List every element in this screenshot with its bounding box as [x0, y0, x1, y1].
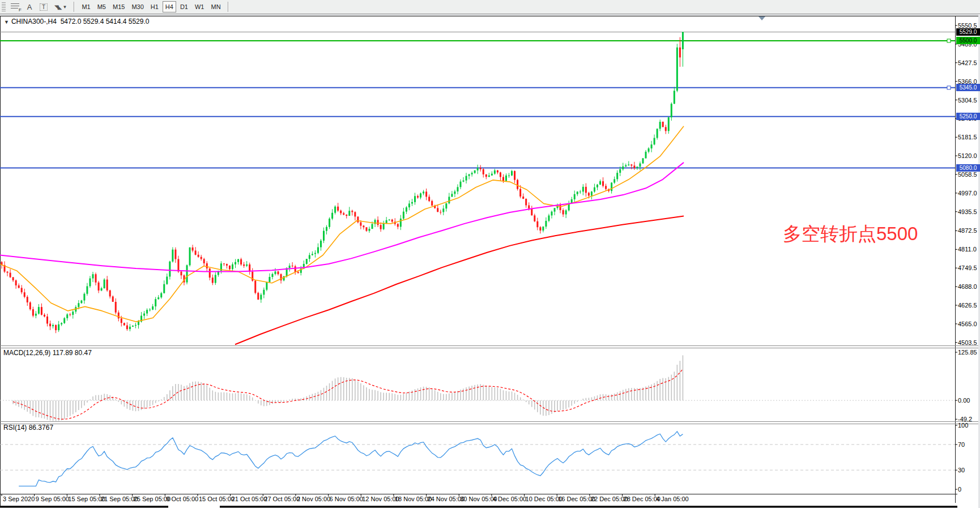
timeframe-m5-button[interactable]: M5	[95, 1, 109, 12]
macd-tick-label: 0.00	[958, 397, 970, 404]
timeframe-m30-button[interactable]: M30	[129, 1, 146, 12]
current-price-badge: 5529.0	[956, 28, 980, 36]
rsi-tick-label: 70	[958, 441, 965, 448]
price-tick-label: 5181.5	[958, 134, 977, 140]
rsi-tick-label: 0	[958, 486, 961, 493]
fibonacci-icon: F	[11, 3, 19, 10]
price-tick-label: 5058.5	[958, 171, 977, 178]
timeframe-d1-button[interactable]: D1	[177, 1, 191, 12]
fibonacci-tool-button[interactable]: F	[8, 1, 22, 12]
rsi-tick-label: 30	[958, 467, 965, 473]
price-tick-label: 4749.5	[958, 264, 977, 271]
ohlc-readout: 5472.0 5529.4 5414.4 5529.0	[61, 18, 150, 25]
chart-window-border	[0, 16, 980, 16]
x-axis-label: 15 Oct 05:00	[199, 496, 235, 502]
timeframe-m15-button[interactable]: M15	[110, 1, 127, 12]
price-tick-label: 5304.5	[958, 97, 977, 104]
price-tick-label: 5120.0	[958, 152, 977, 159]
toolbar-separator	[228, 2, 229, 12]
arrows-icon: ◥◣	[54, 4, 61, 10]
price-tick-label: 4935.5	[958, 208, 977, 215]
x-axis-label: 4 Jan 05:00	[656, 496, 689, 502]
x-axis-label: 9 Sep 05:00	[36, 496, 69, 502]
x-axis-label: 30 Nov 05:00	[460, 496, 497, 502]
x-axis-label: 28 Dec 05:00	[624, 496, 661, 502]
price-tick-label: 4503.5	[958, 339, 977, 346]
x-axis-label: 10 Dec 05:00	[526, 496, 563, 502]
rsi-tick-label: 100	[958, 422, 968, 429]
x-axis-label: 16 Dec 05:00	[558, 496, 595, 502]
price-tick-label: 4997.0	[958, 190, 977, 197]
price-tick-label: 4688.0	[958, 283, 977, 290]
text-label-tool-button[interactable]: A	[23, 1, 36, 12]
timeframe-h1-button[interactable]: H1	[148, 1, 161, 12]
pane-borders	[0, 16, 978, 508]
annotation-text[interactable]: 多空转折点5500	[783, 221, 918, 247]
hline-5345-handle[interactable]	[947, 86, 951, 89]
hline-5500-handle[interactable]	[947, 39, 951, 42]
hline-5345-badge: 5345.0	[956, 84, 980, 91]
price-tick-label: 4872.5	[958, 227, 977, 234]
timeframe-mn-button[interactable]: MN	[208, 1, 223, 12]
x-axis-label: 27 Oct 05:00	[264, 496, 300, 502]
chart-title: ▼CHINA300-,H4 5472.0 5529.4 5414.4 5529.…	[4, 18, 149, 25]
symbol-dropdown-icon[interactable]: ▼	[4, 19, 9, 25]
chevron-down-icon: ▼	[63, 5, 67, 10]
x-axis-label: 3 Sep 2020	[3, 496, 35, 502]
text-label-icon: A	[27, 3, 32, 11]
x-axis-label: 21 Oct 05:00	[232, 496, 267, 502]
x-axis-label: 25 Sep 05:00	[134, 496, 171, 502]
chart-window-border	[0, 15, 980, 15]
chart-canvas[interactable]: 5550.55489.05427.55366.05304.55243.05181…	[0, 0, 980, 508]
x-axis-label: 21 Sep 05:00	[101, 496, 138, 502]
x-axis-label: 4 Dec 05:00	[493, 496, 526, 502]
timeframe-w1-button[interactable]: W1	[192, 1, 207, 12]
x-axis-label: 18 Nov 05:00	[395, 496, 432, 502]
hline-5080-badge: 5080.0	[956, 164, 980, 172]
timeframe-h4-button[interactable]: H4	[163, 1, 176, 12]
x-axis-label: 24 Nov 05:00	[428, 496, 465, 502]
time-axis[interactable]: 3 Sep 20209 Sep 05:0015 Sep 05:0021 Sep …	[2, 494, 689, 502]
hline-5500-badge: 5500.0	[956, 37, 980, 44]
toolbar-separator	[74, 2, 75, 12]
timeframe-m1-button[interactable]: M1	[79, 1, 93, 12]
symbol-period-label: CHINA300-,H4	[11, 18, 57, 25]
toolbar-grip[interactable]	[2, 2, 6, 11]
price-tick-label: 4811.0	[958, 246, 977, 253]
text-tool-button[interactable]: T	[37, 1, 50, 12]
chart-shift-marker[interactable]	[759, 16, 765, 20]
price-tick-label: 5427.5	[958, 59, 977, 66]
x-axis-label: 2 Nov 05:00	[297, 496, 330, 502]
x-axis-label: 9 Oct 05:00	[166, 496, 198, 502]
price-tick-label: 4626.5	[958, 302, 977, 309]
toolbar: FAT◥◣▼ M1M5M15M30H1H4D1W1MN	[0, 0, 980, 14]
macd-indicator-label: MACD(12,26,9) 117.89 80.47	[3, 349, 92, 357]
hline-5250-badge: 5250.0	[956, 113, 980, 120]
rsi-indicator-label: RSI(14) 86.3767	[3, 424, 53, 432]
macd-tick-label: 125.85	[958, 349, 977, 356]
price-tick-label: 4565.0	[958, 321, 977, 327]
x-axis-label: 12 Nov 05:00	[362, 496, 399, 502]
x-axis-label: 6 Nov 05:00	[330, 496, 363, 502]
x-axis-label: 15 Sep 05:00	[68, 496, 105, 502]
x-axis-label: 22 Dec 05:00	[591, 496, 628, 502]
arrow-tool-button[interactable]: ◥◣▼	[52, 1, 70, 12]
text-icon: T	[40, 3, 48, 11]
